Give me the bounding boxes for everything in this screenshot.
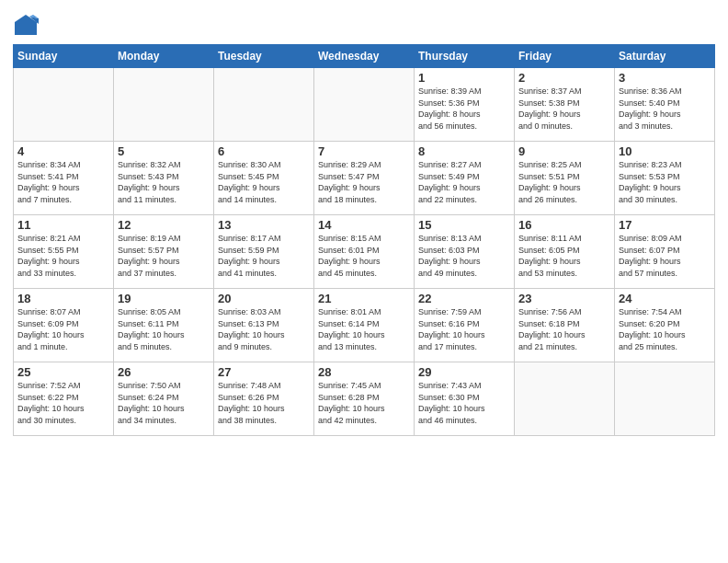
calendar-cell: 19Sunrise: 8:05 AM Sunset: 6:11 PM Dayli…: [114, 289, 214, 362]
day-info: Sunrise: 7:56 AM Sunset: 6:18 PM Dayligh…: [518, 306, 610, 352]
day-number: 18: [17, 292, 109, 305]
calendar-cell: 14Sunrise: 8:15 AM Sunset: 6:01 PM Dayli…: [314, 215, 415, 289]
logo: [13, 13, 42, 39]
day-info: Sunrise: 8:07 AM Sunset: 6:09 PM Dayligh…: [17, 306, 109, 352]
day-number: 6: [218, 144, 310, 158]
day-number: 14: [318, 218, 410, 232]
calendar-cell: 21Sunrise: 8:01 AM Sunset: 6:14 PM Dayli…: [314, 289, 415, 362]
calendar-header-monday: Monday: [114, 45, 214, 68]
day-info: Sunrise: 8:37 AM Sunset: 5:38 PM Dayligh…: [518, 86, 610, 132]
calendar-cell: [214, 68, 314, 142]
day-info: Sunrise: 7:59 AM Sunset: 6:16 PM Dayligh…: [418, 306, 510, 352]
calendar-cell: 26Sunrise: 7:50 AM Sunset: 6:24 PM Dayli…: [114, 362, 214, 436]
day-number: 29: [418, 365, 510, 379]
calendar-table: SundayMondayTuesdayWednesdayThursdayFrid…: [13, 44, 715, 436]
day-info: Sunrise: 8:21 AM Sunset: 5:55 PM Dayligh…: [17, 233, 109, 279]
calendar-cell: 27Sunrise: 7:48 AM Sunset: 6:26 PM Dayli…: [214, 362, 314, 436]
calendar-cell: 16Sunrise: 8:11 AM Sunset: 6:05 PM Dayli…: [515, 215, 615, 289]
day-number: 15: [418, 218, 510, 232]
day-number: 21: [318, 292, 410, 305]
calendar-cell: 15Sunrise: 8:13 AM Sunset: 6:03 PM Dayli…: [415, 215, 515, 289]
calendar-header-thursday: Thursday: [415, 45, 515, 68]
day-number: 16: [518, 218, 610, 232]
page: SundayMondayTuesdayWednesdayThursdayFrid…: [0, 0, 728, 563]
calendar-cell: 25Sunrise: 7:52 AM Sunset: 6:22 PM Dayli…: [14, 362, 114, 436]
calendar-cell: 22Sunrise: 7:59 AM Sunset: 6:16 PM Dayli…: [415, 289, 515, 362]
day-info: Sunrise: 8:39 AM Sunset: 5:36 PM Dayligh…: [418, 86, 510, 132]
calendar-cell: 17Sunrise: 8:09 AM Sunset: 6:07 PM Dayli…: [615, 215, 715, 289]
calendar-cell: 7Sunrise: 8:29 AM Sunset: 5:47 PM Daylig…: [314, 142, 415, 215]
day-number: 26: [118, 365, 210, 379]
day-number: 27: [218, 365, 310, 379]
day-number: 20: [218, 292, 310, 305]
calendar-header-row: SundayMondayTuesdayWednesdayThursdayFrid…: [14, 45, 715, 68]
day-number: 3: [619, 71, 711, 85]
header: [13, 9, 715, 39]
calendar-cell: 2Sunrise: 8:37 AM Sunset: 5:38 PM Daylig…: [515, 68, 615, 142]
day-info: Sunrise: 8:11 AM Sunset: 6:05 PM Dayligh…: [518, 233, 610, 279]
day-info: Sunrise: 7:48 AM Sunset: 6:26 PM Dayligh…: [218, 380, 310, 426]
day-number: 11: [17, 218, 109, 232]
calendar-week-4: 18Sunrise: 8:07 AM Sunset: 6:09 PM Dayli…: [14, 289, 715, 362]
calendar-cell: 11Sunrise: 8:21 AM Sunset: 5:55 PM Dayli…: [14, 215, 114, 289]
day-number: 4: [17, 144, 109, 158]
day-info: Sunrise: 8:27 AM Sunset: 5:49 PM Dayligh…: [418, 159, 510, 205]
day-info: Sunrise: 8:15 AM Sunset: 6:01 PM Dayligh…: [318, 233, 410, 279]
day-info: Sunrise: 8:01 AM Sunset: 6:14 PM Dayligh…: [318, 306, 410, 352]
calendar-cell: 5Sunrise: 8:32 AM Sunset: 5:43 PM Daylig…: [114, 142, 214, 215]
calendar-header-wednesday: Wednesday: [314, 45, 415, 68]
calendar-cell: [314, 68, 415, 142]
day-info: Sunrise: 8:32 AM Sunset: 5:43 PM Dayligh…: [118, 159, 210, 205]
calendar-cell: [615, 362, 715, 436]
calendar-cell: 23Sunrise: 7:56 AM Sunset: 6:18 PM Dayli…: [515, 289, 615, 362]
calendar-header-sunday: Sunday: [14, 45, 114, 68]
day-number: 12: [118, 218, 210, 232]
day-info: Sunrise: 8:30 AM Sunset: 5:45 PM Dayligh…: [218, 159, 310, 205]
calendar-header-friday: Friday: [515, 45, 615, 68]
calendar-cell: 4Sunrise: 8:34 AM Sunset: 5:41 PM Daylig…: [14, 142, 114, 215]
day-info: Sunrise: 8:03 AM Sunset: 6:13 PM Dayligh…: [218, 306, 310, 352]
day-number: 5: [118, 144, 210, 158]
day-number: 24: [619, 292, 711, 305]
calendar-cell: 8Sunrise: 8:27 AM Sunset: 5:49 PM Daylig…: [415, 142, 515, 215]
calendar-cell: 13Sunrise: 8:17 AM Sunset: 5:59 PM Dayli…: [214, 215, 314, 289]
day-info: Sunrise: 8:09 AM Sunset: 6:07 PM Dayligh…: [619, 233, 711, 279]
day-number: 23: [518, 292, 610, 305]
day-number: 19: [118, 292, 210, 305]
calendar-cell: 18Sunrise: 8:07 AM Sunset: 6:09 PM Dayli…: [14, 289, 114, 362]
day-number: 22: [418, 292, 510, 305]
day-info: Sunrise: 7:52 AM Sunset: 6:22 PM Dayligh…: [17, 380, 109, 426]
day-info: Sunrise: 8:23 AM Sunset: 5:53 PM Dayligh…: [619, 159, 711, 205]
day-number: 28: [318, 365, 410, 379]
day-info: Sunrise: 8:17 AM Sunset: 5:59 PM Dayligh…: [218, 233, 310, 279]
calendar-cell: 20Sunrise: 8:03 AM Sunset: 6:13 PM Dayli…: [214, 289, 314, 362]
day-number: 8: [418, 144, 510, 158]
day-info: Sunrise: 7:54 AM Sunset: 6:20 PM Dayligh…: [619, 306, 711, 352]
day-number: 7: [318, 144, 410, 158]
calendar-week-2: 4Sunrise: 8:34 AM Sunset: 5:41 PM Daylig…: [14, 142, 715, 215]
day-info: Sunrise: 8:05 AM Sunset: 6:11 PM Dayligh…: [118, 306, 210, 352]
day-info: Sunrise: 7:43 AM Sunset: 6:30 PM Dayligh…: [418, 380, 510, 426]
day-number: 25: [17, 365, 109, 379]
calendar-cell: 1Sunrise: 8:39 AM Sunset: 5:36 PM Daylig…: [415, 68, 515, 142]
calendar-cell: 28Sunrise: 7:45 AM Sunset: 6:28 PM Dayli…: [314, 362, 415, 436]
calendar-header-tuesday: Tuesday: [214, 45, 314, 68]
calendar-week-5: 25Sunrise: 7:52 AM Sunset: 6:22 PM Dayli…: [14, 362, 715, 436]
day-info: Sunrise: 7:50 AM Sunset: 6:24 PM Dayligh…: [118, 380, 210, 426]
calendar-cell: 9Sunrise: 8:25 AM Sunset: 5:51 PM Daylig…: [515, 142, 615, 215]
calendar-cell: [114, 68, 214, 142]
day-info: Sunrise: 8:13 AM Sunset: 6:03 PM Dayligh…: [418, 233, 510, 279]
calendar-week-1: 1Sunrise: 8:39 AM Sunset: 5:36 PM Daylig…: [14, 68, 715, 142]
calendar-cell: 12Sunrise: 8:19 AM Sunset: 5:57 PM Dayli…: [114, 215, 214, 289]
calendar-cell: [515, 362, 615, 436]
calendar-cell: 3Sunrise: 8:36 AM Sunset: 5:40 PM Daylig…: [615, 68, 715, 142]
calendar-week-3: 11Sunrise: 8:21 AM Sunset: 5:55 PM Dayli…: [14, 215, 715, 289]
day-info: Sunrise: 8:25 AM Sunset: 5:51 PM Dayligh…: [518, 159, 610, 205]
day-info: Sunrise: 8:19 AM Sunset: 5:57 PM Dayligh…: [118, 233, 210, 279]
day-info: Sunrise: 7:45 AM Sunset: 6:28 PM Dayligh…: [318, 380, 410, 426]
day-number: 10: [619, 144, 711, 158]
logo-icon: [13, 13, 39, 39]
calendar-cell: [14, 68, 114, 142]
calendar-cell: 10Sunrise: 8:23 AM Sunset: 5:53 PM Dayli…: [615, 142, 715, 215]
day-info: Sunrise: 8:34 AM Sunset: 5:41 PM Dayligh…: [17, 159, 109, 205]
